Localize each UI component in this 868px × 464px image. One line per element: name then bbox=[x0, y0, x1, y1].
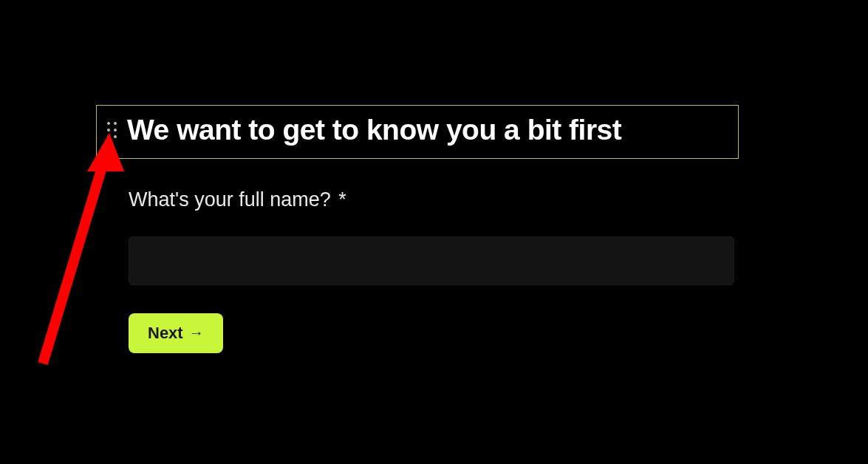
next-button[interactable]: Next → bbox=[129, 313, 223, 353]
full-name-input[interactable] bbox=[129, 236, 734, 285]
next-button-label: Next bbox=[148, 324, 183, 343]
heading-block-selected[interactable]: We want to get to know you a bit first bbox=[96, 105, 739, 159]
question-label-text: What's your full name? bbox=[129, 188, 331, 211]
question-label: What's your full name? * bbox=[129, 196, 346, 208]
required-asterisk: * bbox=[338, 188, 346, 211]
arrow-right-icon: → bbox=[189, 324, 204, 341]
drag-handle-icon[interactable] bbox=[107, 122, 117, 138]
question-block: What's your full name? * Next → bbox=[96, 188, 739, 353]
form-heading: We want to get to know you a bit first bbox=[127, 113, 621, 148]
form-step-container: We want to get to know you a bit first W… bbox=[96, 105, 739, 353]
